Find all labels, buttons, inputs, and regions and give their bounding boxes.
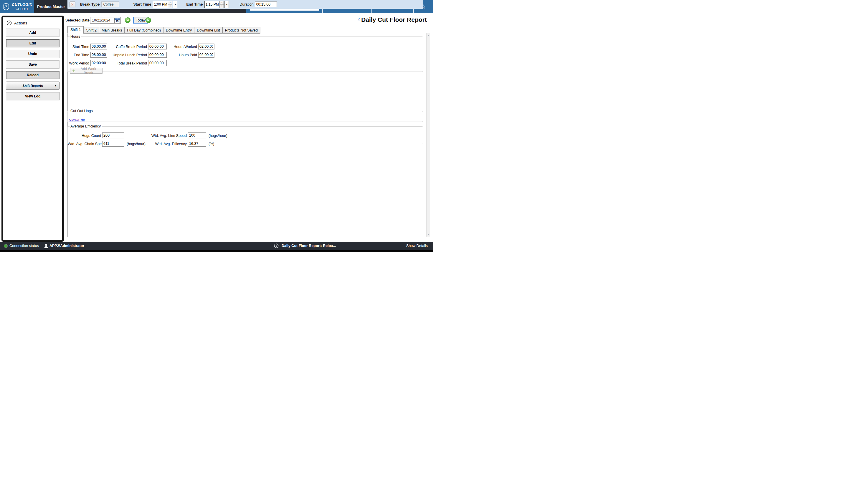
average-efficiency-legend: Average Efficiency xyxy=(69,124,102,128)
duration-input[interactable] xyxy=(255,1,277,7)
chain-speed-label: Wtd. Avg. Chain Speed xyxy=(68,142,101,146)
undo-button[interactable]: Undo xyxy=(6,50,59,58)
hours-group: Hours Start Time Coffe Break Period Hour… xyxy=(67,34,423,72)
time-value: 1:00 PM xyxy=(153,1,168,8)
break-type-label: Break Type xyxy=(80,2,100,7)
cut-out-hogs-legend: Cut Out Hogs xyxy=(69,109,94,113)
chain-speed-unit: (hogs/hour) xyxy=(127,142,145,146)
date-value: 10/21/2024 xyxy=(90,18,114,22)
menu-item-product-master[interactable]: Product Master xyxy=(37,4,65,9)
next-day-button[interactable]: ▶ xyxy=(145,18,151,23)
save-button[interactable]: Save xyxy=(6,60,59,69)
calendar-icon-day: 15 xyxy=(114,20,120,23)
work-period-label: Work Period xyxy=(68,61,89,65)
actions-title: Actions xyxy=(14,21,27,25)
hours-legend: Hours xyxy=(69,34,81,38)
help-link[interactable]: ? xyxy=(358,17,360,21)
shift-reports-dropdown-button[interactable]: Shift Reports ▼ xyxy=(6,81,59,90)
brain-logo-icon xyxy=(2,3,10,11)
total-break-period-label: Total Break Period xyxy=(103,61,147,65)
selected-date-label: Selected Date xyxy=(65,18,90,22)
add-button[interactable]: Add xyxy=(6,29,59,37)
connection-status-icon xyxy=(4,244,7,248)
info-icon xyxy=(274,244,279,248)
tab-products-not-saved[interactable]: Products Not Saved xyxy=(222,27,260,34)
cut-out-hogs-group: Cut Out Hogs View/Edit xyxy=(67,109,423,122)
vertical-scrollbar[interactable]: ▲ ▼ xyxy=(426,33,430,237)
break-type-value: Coffee xyxy=(103,2,113,7)
line-speed-unit: (hogs/hour) xyxy=(209,134,227,138)
actions-header: Actions xyxy=(7,20,59,26)
calendar-icon-header xyxy=(114,18,120,20)
efficiency-input[interactable] xyxy=(188,141,206,147)
chevron-down-icon: ⌄ xyxy=(115,3,118,6)
actions-panel: Actions Add Edit Undo Save Reload Shift … xyxy=(1,15,64,242)
add-work-break-button[interactable]: ✚ Add Work Break xyxy=(70,68,102,74)
tab-main-breaks[interactable]: Main Breaks xyxy=(99,27,125,34)
tab-shift-1[interactable]: Shift 1 xyxy=(67,26,84,34)
chevron-down-icon: ▼ xyxy=(55,85,57,87)
scroll-down-icon[interactable]: ▼ xyxy=(428,232,430,237)
end-time-picker[interactable]: 1:15 PM ▲ ▼ ▼ xyxy=(204,1,229,8)
start-time-label: Start Time xyxy=(133,2,151,7)
time-spin-down-button[interactable]: ▼ xyxy=(168,5,172,8)
reload-button[interactable]: Reload xyxy=(6,71,59,79)
window-bottom-edge xyxy=(0,250,433,252)
time-spin-up-button[interactable]: ▲ xyxy=(168,1,172,5)
show-details-button[interactable]: Show Details xyxy=(406,244,428,248)
time-dropdown-button[interactable]: ▼ xyxy=(173,1,177,8)
collapse-panel-icon[interactable] xyxy=(7,20,12,26)
status-bar: Connection status APP2\Administrator Dai… xyxy=(0,242,433,250)
page-title-block: ? Daily Cut Floor Report xyxy=(358,16,427,23)
time-value: 1:15 PM xyxy=(205,1,220,8)
break-type-select[interactable]: Coffee ⌄ xyxy=(101,1,119,7)
calendar-icon[interactable]: 15 xyxy=(114,18,120,23)
tab-shift-2[interactable]: Shift 2 xyxy=(84,27,99,34)
line-speed-input[interactable] xyxy=(188,133,206,138)
connection-status-label: Connection status xyxy=(9,244,39,248)
previous-day-button[interactable]: ◀ xyxy=(125,18,131,23)
view-log-button[interactable]: View Log xyxy=(6,92,59,100)
page-title: Daily Cut Floor Report xyxy=(361,16,427,23)
coffee-break-period-label: Coffe Break Period xyxy=(103,45,147,49)
line-speed-label: Wtd. Avg. Line Speed xyxy=(147,134,187,138)
status-message: Daily Cut Floor Report: Reloa... xyxy=(281,244,336,248)
date-input[interactable]: 10/21/2024 15 xyxy=(90,17,121,24)
statusbar-divider xyxy=(85,242,85,250)
duration-label: Duration xyxy=(240,2,253,7)
chain-speed-input[interactable] xyxy=(102,141,124,147)
tab-strip: Shift 1 Shift 2 Main Breaks Full Day (Co… xyxy=(67,26,260,34)
hours-worked-input[interactable] xyxy=(198,44,214,49)
environment-name: CLTEST xyxy=(15,7,28,11)
hours-worked-label: Hours Worked xyxy=(162,45,197,49)
time-dropdown-button[interactable]: ▼ xyxy=(224,1,229,8)
plus-icon: ✚ xyxy=(72,69,75,73)
start-time-label: Start Time xyxy=(68,45,89,49)
hours-paid-label: Hours Paid xyxy=(162,53,197,57)
app-logo: CUTLOGIX CLTEST xyxy=(0,0,34,13)
view-edit-link[interactable]: View/Edit xyxy=(69,118,85,122)
scroll-up-icon[interactable]: ▲ xyxy=(428,33,430,37)
efficiency-label: Wtd. Avg. Efficency xyxy=(147,142,187,146)
time-spin-up-button[interactable]: ▲ xyxy=(220,1,224,5)
tab-downtime-entry[interactable]: Downtime Entry xyxy=(163,27,195,34)
efficiency-unit: (%) xyxy=(209,142,214,146)
tab-downtime-list[interactable]: Downtime List xyxy=(194,27,223,34)
daily-cut-floor-report-window: CUTLOGIX CLTEST Product Master Productio… xyxy=(0,0,433,252)
current-user: APP2\Administrator xyxy=(49,244,84,248)
shift-reports-label: Shift Reports xyxy=(22,84,43,87)
edit-button[interactable]: Edit xyxy=(6,39,59,47)
average-efficiency-group: Average Efficiency Hogs Count Wtd. Avg. … xyxy=(67,124,423,144)
statusbar-divider xyxy=(41,242,41,250)
time-spin-down-button[interactable]: ▼ xyxy=(220,5,224,8)
delete-break-button[interactable]: × xyxy=(69,1,75,7)
brand-name: CUTLOGIX xyxy=(12,3,32,7)
start-time-picker[interactable]: 1:00 PM ▲ ▼ ▼ xyxy=(153,1,177,8)
user-icon xyxy=(44,244,48,248)
unpaid-lunch-period-label: Unpaid Lunch Period xyxy=(103,53,147,57)
total-break-period-input[interactable] xyxy=(148,60,167,66)
tab-full-day-combined[interactable]: Full Day (Combined) xyxy=(124,27,164,34)
hogs-count-input[interactable] xyxy=(102,133,124,138)
hogs-count-label: Hogs Count xyxy=(68,134,101,138)
hours-paid-input[interactable] xyxy=(198,52,214,58)
